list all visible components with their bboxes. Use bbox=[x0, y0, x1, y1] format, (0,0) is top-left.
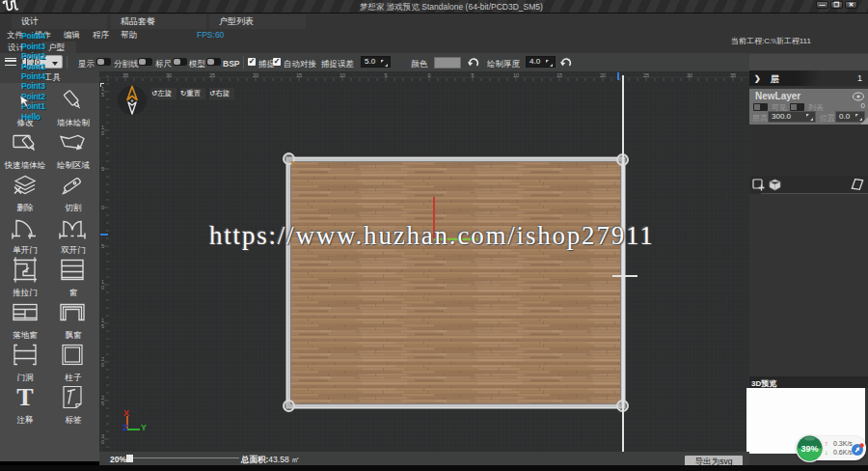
svg-text:T: T bbox=[16, 383, 33, 411]
svg-text:20: 20 bbox=[600, 72, 606, 78]
svg-text:15: 15 bbox=[556, 72, 562, 78]
svg-text:5: 5 bbox=[101, 92, 104, 97]
svg-text:10: 10 bbox=[339, 72, 345, 78]
svg-text:35: 35 bbox=[122, 72, 128, 78]
svg-text:快速墙体绘: 快速墙体绘 bbox=[4, 160, 46, 170]
svg-text:5: 5 bbox=[101, 166, 104, 172]
svg-text:30: 30 bbox=[687, 72, 692, 78]
svg-text:绘制区域: 绘制区域 bbox=[57, 160, 90, 170]
svg-text:删除: 删除 bbox=[17, 203, 35, 212]
svg-text:5: 5 bbox=[101, 243, 104, 249]
svg-text:5: 5 bbox=[471, 72, 474, 78]
svg-text:0: 0 bbox=[101, 205, 104, 210]
svg-text:切割: 切割 bbox=[65, 203, 83, 212]
svg-text:35: 35 bbox=[730, 72, 736, 78]
svg-text:门洞: 门洞 bbox=[17, 373, 34, 382]
svg-text:注释: 注释 bbox=[17, 415, 35, 425]
svg-text:25: 25 bbox=[209, 72, 215, 78]
svg-text:25: 25 bbox=[643, 72, 649, 78]
svg-text:双开门: 双开门 bbox=[61, 245, 86, 255]
svg-text:10: 10 bbox=[513, 72, 519, 78]
svg-text:单开门: 单开门 bbox=[13, 245, 38, 255]
svg-text:5: 5 bbox=[384, 72, 387, 78]
svg-text:标签: 标签 bbox=[66, 415, 83, 425]
svg-text:20: 20 bbox=[253, 72, 258, 78]
svg-text:墙体绘制: 墙体绘制 bbox=[56, 118, 91, 127]
svg-text:落地窗: 落地窗 bbox=[13, 330, 38, 340]
svg-text:推拉门: 推拉门 bbox=[12, 288, 38, 297]
svg-text:柱子: 柱子 bbox=[65, 373, 83, 382]
svg-text:30: 30 bbox=[166, 72, 172, 78]
svg-text:39%: 39% bbox=[800, 444, 818, 454]
svg-text:0: 0 bbox=[101, 439, 104, 445]
svg-text:窗: 窗 bbox=[69, 288, 78, 297]
svg-text:5: 5 bbox=[101, 323, 104, 329]
svg-text:0: 0 bbox=[101, 362, 104, 368]
svg-text:飘窗: 飘窗 bbox=[66, 330, 83, 340]
svg-text:0: 0 bbox=[101, 130, 104, 136]
svg-text:0: 0 bbox=[101, 285, 104, 291]
svg-text:0: 0 bbox=[427, 72, 430, 78]
svg-text:5: 5 bbox=[101, 401, 104, 406]
svg-text:15: 15 bbox=[296, 72, 302, 78]
